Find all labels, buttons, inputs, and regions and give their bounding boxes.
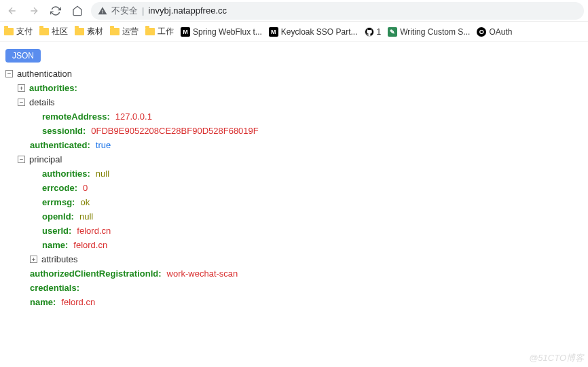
node-value: work-wechat-scan <box>167 266 238 281</box>
node-key: errmsg <box>42 195 72 209</box>
node-sessionId: sessionId : 0FDB9E9052208CE28BF90D528F68… <box>5 124 583 138</box>
node-openId: openId : null <box>5 209 583 224</box>
node-value: felord.cn <box>73 238 107 252</box>
bookmark-ops[interactable]: 运营 <box>110 26 139 37</box>
json-tree: − authentication + authorities : − detai… <box>5 67 583 309</box>
browser-toolbar: 不安全 | invybj.natappfree.cc <box>0 0 588 22</box>
collapse-icon[interactable]: − <box>18 99 25 106</box>
medium-icon: M <box>181 27 190 37</box>
node-principal: − principal <box>5 152 583 167</box>
page-content: JSON − authentication + authorities : − … <box>0 42 588 316</box>
forward-button[interactable] <box>26 3 42 19</box>
node-key: sessionId <box>42 124 83 138</box>
node-value: null <box>96 167 109 181</box>
node-details: − details <box>5 95 583 109</box>
bookmark-label: 支付 <box>16 26 33 37</box>
node-value: ok <box>80 195 90 209</box>
node-key: errcode <box>42 181 75 195</box>
node-errmsg: errmsg : ok <box>5 195 583 209</box>
bookmark-spring[interactable]: MSpring WebFlux t... <box>181 27 262 37</box>
node-p-authorities: authorities : null <box>5 167 583 181</box>
node-attributes: + attributes <box>5 252 583 266</box>
node-authenticated: authenticated : true <box>5 138 583 152</box>
medium-icon: M <box>269 27 278 37</box>
collapse-icon[interactable]: − <box>18 156 25 163</box>
back-button[interactable] <box>4 3 20 19</box>
bookmark-github[interactable]: 1 <box>365 27 382 37</box>
node-value: 0FDB9E9052208CE28BF90D528F68019F <box>91 124 258 138</box>
bookmark-label: Spring WebFlux t... <box>193 27 262 37</box>
bookmark-work[interactable]: 工作 <box>145 26 174 37</box>
node-key: userId <box>42 224 69 238</box>
bookmark-label: 工作 <box>158 26 174 37</box>
bookmark-pay[interactable]: 支付 <box>4 26 33 37</box>
bookmark-label: 素材 <box>87 26 103 37</box>
node-key: name <box>30 295 53 309</box>
folder-icon <box>75 28 84 35</box>
node-key: name <box>42 238 65 252</box>
url-text: invybj.natappfree.cc <box>148 5 227 16</box>
node-key: authenticated <box>30 138 88 152</box>
bookmark-label: 1 <box>377 27 382 37</box>
home-button[interactable] <box>69 3 86 19</box>
node-acri: authorizedClientRegistrationId : work-we… <box>5 266 583 281</box>
bookmarks-bar: 支付 社区 素材 运营 工作 MSpring WebFlux t... MKey… <box>0 22 588 42</box>
node-userId: userId : felord.cn <box>5 224 583 238</box>
node-key: authentication <box>17 67 72 81</box>
node-key: authorities <box>29 81 74 95</box>
node-authorities: + authorities : <box>5 81 583 95</box>
bookmark-label: OAuth <box>489 27 512 37</box>
node-key: credentials <box>30 281 77 295</box>
node-value: felord.cn <box>61 295 95 309</box>
expand-icon[interactable]: + <box>30 256 37 263</box>
node-value: felord.cn <box>77 224 111 238</box>
node-value: true <box>96 138 111 152</box>
node-key: attributes <box>41 252 77 266</box>
node-key: principal <box>29 152 62 167</box>
node-key: openId <box>42 209 71 224</box>
node-key: details <box>29 95 55 109</box>
node-pname: name : felord.cn <box>5 238 583 252</box>
node-value: 0 <box>83 181 88 195</box>
folder-icon <box>145 28 155 35</box>
node-remoteAddress: remoteAddress : 127.0.0.1 <box>5 109 583 124</box>
node-name: name : felord.cn <box>5 295 583 309</box>
bookmark-label: 社区 <box>52 26 68 37</box>
bookmark-oauth[interactable]: OOAuth <box>477 27 512 37</box>
expand-icon[interactable]: + <box>18 84 25 92</box>
bookmark-label: Keycloak SSO Part... <box>281 27 358 37</box>
node-value: null <box>79 209 93 224</box>
folder-icon <box>39 28 49 35</box>
json-badge[interactable]: JSON <box>5 49 41 63</box>
node-credentials: credentials : <box>5 281 583 295</box>
bookmark-label: 运营 <box>122 26 139 37</box>
address-bar[interactable]: 不安全 | invybj.natappfree.cc <box>91 2 584 20</box>
bookmark-label: Writing Custom S... <box>400 27 470 37</box>
bookmark-community[interactable]: 社区 <box>39 26 68 37</box>
insecure-icon <box>98 6 107 16</box>
node-key: authorities <box>42 167 87 181</box>
reload-button[interactable] <box>48 3 64 19</box>
github-icon <box>365 27 374 37</box>
bookmark-writing[interactable]: ✎Writing Custom S... <box>388 27 470 37</box>
node-errcode: errcode : 0 <box>5 181 583 195</box>
security-label: 不安全 <box>111 5 138 17</box>
site-icon: ✎ <box>388 27 397 37</box>
node-key: remoteAddress <box>42 109 107 124</box>
collapse-icon[interactable]: − <box>5 70 13 77</box>
node-authentication: − authentication <box>5 67 583 81</box>
bookmark-assets[interactable]: 素材 <box>75 26 103 37</box>
node-value: 127.0.0.1 <box>115 109 152 124</box>
bookmark-keycloak[interactable]: MKeycloak SSO Part... <box>269 27 358 37</box>
folder-icon <box>110 28 120 35</box>
oauth-icon: O <box>477 27 486 37</box>
node-key: authorizedClientRegistrationId <box>30 266 158 281</box>
folder-icon <box>4 28 14 35</box>
separator: | <box>142 5 144 16</box>
